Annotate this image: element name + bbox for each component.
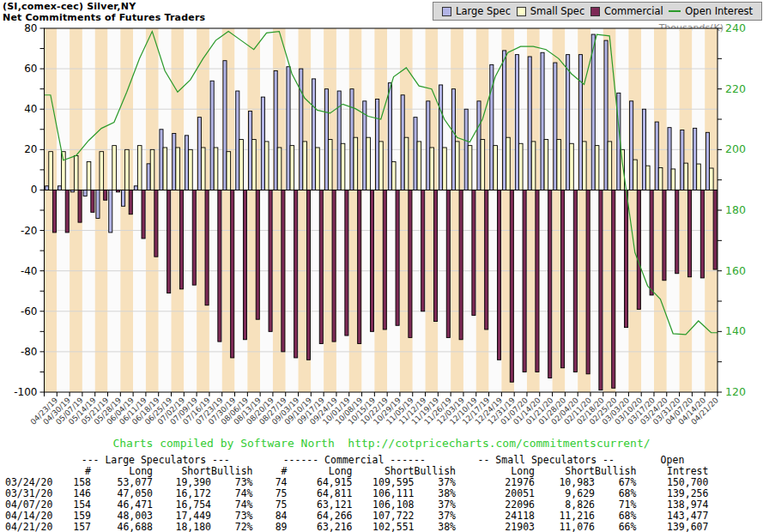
bar-small-spec	[303, 142, 307, 190]
bar-small-spec	[150, 149, 154, 190]
right-axis-tick-label: 120	[725, 385, 746, 398]
bar-small-spec	[137, 146, 142, 190]
bar-commercial	[192, 190, 196, 285]
bar-commercial	[142, 190, 145, 239]
bar-commercial	[573, 190, 577, 372]
bar-commercial	[421, 190, 425, 311]
bar-small-spec	[531, 142, 536, 190]
row-value-cell: 18,180	[153, 522, 211, 532]
bar-small-spec	[468, 146, 472, 190]
bar-small-spec	[684, 163, 688, 190]
left-axis-tick-label: -100	[14, 386, 37, 398]
bar-small-spec	[62, 152, 66, 190]
bar-large-spec	[274, 70, 277, 190]
bar-large-spec	[554, 63, 557, 190]
bar-large-spec	[414, 118, 417, 190]
table-row: 03/31/2014647,05016,17274%7564,811106,11…	[5, 488, 708, 499]
bar-commercial	[663, 190, 666, 280]
bar-commercial	[409, 190, 412, 337]
bar-small-spec	[455, 142, 459, 190]
bar-commercial	[612, 190, 615, 388]
bar-large-spec	[160, 130, 163, 190]
bar-large-spec	[604, 40, 608, 190]
bar-small-spec	[328, 140, 332, 190]
table-row: 04/14/2015948,00317,44973%8464,266107,72…	[5, 511, 708, 522]
row-value-cell: 11,076	[535, 522, 595, 532]
bar-small-spec	[557, 140, 561, 190]
bar-small-spec	[404, 137, 409, 190]
bar-large-spec	[287, 67, 290, 190]
bar-large-spec	[439, 85, 443, 190]
right-axis-tick-label: 140	[725, 324, 746, 337]
right-axis-tick-label: 200	[725, 142, 746, 155]
commitments-chart: 806040200-20-40-60-80-100240220200180160…	[0, 0, 763, 435]
bar-commercial	[78, 190, 82, 222]
bar-small-spec	[518, 143, 523, 190]
credit-url-link[interactable]: http://cotpricecharts.com/commitmentscur…	[348, 437, 650, 450]
bar-commercial	[319, 190, 323, 343]
bar-commercial	[218, 190, 221, 342]
left-axis-tick-label: 40	[24, 103, 37, 115]
bar-large-spec	[236, 91, 239, 190]
bar-commercial	[256, 190, 259, 319]
bar-commercial	[624, 190, 627, 327]
row-value-cell: 139,607	[636, 522, 708, 532]
bar-commercial	[306, 190, 310, 360]
bar-large-spec	[197, 118, 201, 190]
bar-commercial	[472, 190, 475, 315]
bar-commercial	[167, 190, 171, 293]
bar-small-spec	[391, 161, 396, 190]
bar-large-spec	[173, 133, 176, 190]
page: (SI,comex-cec) Silver,NY Net Commitments…	[0, 0, 763, 532]
bar-small-spec	[582, 142, 586, 190]
bar-commercial	[497, 190, 500, 360]
bar-large-spec	[464, 109, 468, 190]
bar-large-spec	[122, 190, 125, 206]
bar-large-spec	[96, 190, 100, 218]
bar-commercial	[383, 190, 386, 329]
bar-small-spec	[112, 146, 117, 190]
bar-small-spec	[430, 148, 434, 190]
bar-commercial	[433, 190, 437, 321]
left-axis-tick-label: -80	[21, 346, 38, 358]
bar-large-spec	[630, 101, 633, 190]
bar-commercial	[637, 190, 640, 309]
bar-small-spec	[506, 137, 511, 190]
right-axis-tick-label: 180	[725, 203, 746, 216]
bar-large-spec	[705, 132, 709, 190]
bar-commercial	[548, 190, 552, 378]
bar-small-spec	[252, 140, 257, 190]
row-value-cell: 72%	[211, 522, 253, 532]
bar-commercial	[358, 190, 361, 343]
bar-large-spec	[249, 112, 252, 190]
table-row: 03/24/2015853,07719,39073%7464,915109,59…	[5, 477, 708, 488]
bar-commercial	[116, 190, 119, 191]
bar-large-spec	[300, 69, 303, 190]
bar-small-spec	[354, 137, 358, 190]
bar-large-spec	[681, 130, 684, 190]
bar-small-spec	[163, 148, 167, 190]
bar-small-spec	[443, 148, 447, 190]
bar-large-spec	[350, 89, 354, 190]
bar-small-spec	[379, 142, 384, 190]
bar-commercial	[675, 190, 679, 273]
bar-small-spec	[633, 160, 638, 190]
bar-commercial	[179, 190, 183, 288]
bar-small-spec	[176, 148, 180, 190]
bar-small-spec	[290, 146, 294, 190]
bar-large-spec	[401, 95, 404, 190]
bar-large-spec	[109, 190, 112, 232]
bar-commercial	[104, 190, 107, 200]
left-axis-tick-label: 60	[24, 63, 37, 75]
bar-commercial	[332, 190, 336, 342]
row-value-cell: 38%	[415, 522, 456, 532]
bar-commercial	[485, 190, 488, 329]
bar-small-spec	[658, 168, 663, 190]
bar-commercial	[154, 190, 158, 257]
row-value-cell: 63,216	[288, 522, 353, 532]
bar-large-spec	[45, 186, 49, 190]
bar-small-spec	[645, 166, 650, 190]
bar-commercial	[205, 190, 209, 305]
left-axis-tick-label: -40	[21, 265, 38, 277]
bar-commercial	[65, 190, 69, 232]
